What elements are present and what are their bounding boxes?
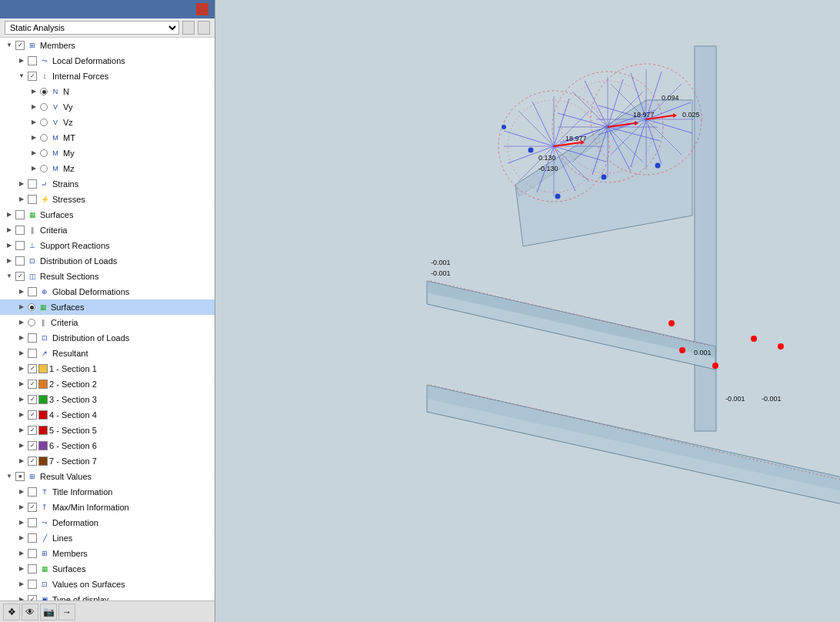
expand-btn-type-display[interactable]: ▶ [17,595,26,600]
expand-btn-surfaces2[interactable]: ▶ [17,303,26,312]
tree-item-sec2[interactable]: ▶2 - Section 2 [0,376,215,392]
expand-btn-Mz[interactable]: ▶ [29,164,38,173]
tree-item-surfaces[interactable]: ▶▦Surfaces [0,207,215,222]
checkbox-sec1[interactable] [28,364,37,373]
checkbox-surfaces[interactable] [15,210,25,219]
expand-btn-strains[interactable]: ▶ [17,179,26,189]
checkbox-sec5[interactable] [28,426,37,435]
analysis-select[interactable]: Static Analysis [5,21,179,35]
checkbox-title-info[interactable] [28,487,37,497]
expand-btn-sec3[interactable]: ▶ [17,395,26,404]
checkbox-result-values[interactable] [15,472,25,481]
checkbox-type-display[interactable] [28,595,37,600]
tree-item-Mz[interactable]: ▶MMz [0,161,215,176]
checkbox-members[interactable] [15,41,25,50]
checkbox-internal-forces[interactable] [28,72,37,81]
radio-My[interactable] [40,149,48,157]
radio-Mz[interactable] [40,165,48,172]
checkbox-surfaces3[interactable] [28,564,37,574]
checkbox-criteria[interactable] [15,226,25,235]
tree-item-deformation[interactable]: ▶⤳Deformation [0,515,215,530]
checkbox-members2[interactable] [28,549,37,558]
tree-item-surfaces3[interactable]: ▶▦Surfaces [0,561,215,577]
checkbox-resultant[interactable] [28,349,37,358]
expand-btn-support-reactions[interactable]: ▶ [5,241,14,250]
tree-item-distrib-loads[interactable]: ▶⊡Distribution of Loads [0,253,215,269]
arrow-tool-button[interactable]: → [58,604,75,620]
tree-item-surfaces2[interactable]: ▶▦Surfaces [0,299,215,315]
checkbox-lines[interactable] [28,533,37,543]
checkbox-sec7[interactable] [28,456,37,466]
tree-item-lines[interactable]: ▶╱Lines [0,530,215,546]
expand-btn-sec4[interactable]: ▶ [17,410,26,420]
checkbox-sec2[interactable] [28,380,37,389]
tree-item-sec4[interactable]: ▶4 - Section 4 [0,407,215,423]
expand-btn-stresses[interactable]: ▶ [17,195,26,204]
expand-btn-resultant[interactable]: ▶ [17,349,26,358]
tree-item-resultant[interactable]: ▶↗Resultant [0,346,215,361]
expand-btn-sec2[interactable]: ▶ [17,380,26,389]
radio-criteria2[interactable] [28,319,35,326]
expand-btn-distrib-loads[interactable]: ▶ [5,256,14,266]
checkbox-maxmin-info[interactable] [28,503,37,512]
tree-item-distrib-loads2[interactable]: ▶⊡Distribution of Loads [0,330,215,346]
tree-item-local-def[interactable]: ▶⤳Local Deformations [0,53,215,69]
cursor-tool-button[interactable]: ❖ [3,604,20,620]
expand-btn-global-def[interactable]: ▶ [17,287,26,296]
eye-tool-button[interactable]: 👁 [22,604,38,620]
checkbox-sec3[interactable] [28,395,37,404]
expand-btn-sec7[interactable]: ▶ [17,456,26,466]
tree-item-stresses[interactable]: ▶⚡Stresses [0,192,215,207]
expand-btn-surfaces[interactable]: ▶ [5,210,14,219]
next-button[interactable] [198,21,210,35]
checkbox-distrib-loads2[interactable] [28,333,37,343]
tree-item-maxmin-info[interactable]: ▶⤒Max/Min Information [0,500,215,515]
expand-btn-My[interactable]: ▶ [29,149,38,158]
tree-item-values-on-surf[interactable]: ▶⊡Values on Surfaces [0,577,215,592]
expand-btn-surfaces3[interactable]: ▶ [17,564,26,574]
tree-item-Vz[interactable]: ▶VVz [0,115,215,130]
checkbox-deformation[interactable] [28,518,37,527]
tree-item-MT[interactable]: ▶MMT [0,130,215,145]
expand-btn-MT[interactable]: ▶ [29,133,38,142]
radio-Vy[interactable] [40,103,48,111]
checkbox-local-def[interactable] [28,56,37,65]
tree-item-sec6[interactable]: ▶6 - Section 6 [0,438,215,453]
tree-item-members2[interactable]: ▶⊞Members [0,546,215,561]
checkbox-sec6[interactable] [28,441,37,450]
expand-btn-N[interactable]: ▶ [29,87,38,96]
checkbox-values-on-surf[interactable] [28,580,37,589]
expand-btn-sec6[interactable]: ▶ [17,441,26,450]
expand-btn-sec1[interactable]: ▶ [17,364,26,373]
expand-btn-Vy[interactable]: ▶ [29,102,38,112]
close-button[interactable] [196,3,208,15]
tree-item-My[interactable]: ▶MMy [0,145,215,161]
expand-btn-local-def[interactable]: ▶ [17,56,26,65]
tree-item-strains[interactable]: ▶⤾Strains [0,176,215,192]
tree-item-N[interactable]: ▶NN [0,84,215,99]
tree-item-sec7[interactable]: ▶7 - Section 7 [0,453,215,469]
radio-N[interactable] [40,88,48,95]
checkbox-distrib-loads[interactable] [15,256,25,266]
tree-item-sec3[interactable]: ▶3 - Section 3 [0,392,215,407]
tree-item-title-info[interactable]: ▶TTitle Information [0,484,215,500]
tree-item-sec5[interactable]: ▶5 - Section 5 [0,423,215,438]
expand-btn-lines[interactable]: ▶ [17,533,26,543]
tree-item-result-values[interactable]: ▼⊞Result Values [0,469,215,484]
tree-item-Vy[interactable]: ▶VVy [0,99,215,115]
tree-item-sec1[interactable]: ▶1 - Section 1 [0,361,215,376]
tree-item-internal-forces[interactable]: ▼↕Internal Forces [0,69,215,84]
radio-MT[interactable] [40,134,48,142]
expand-btn-sec5[interactable]: ▶ [17,426,26,435]
tree-item-support-reactions[interactable]: ▶⊥Support Reactions [0,238,215,253]
tree-item-result-sections[interactable]: ▼◫Result Sections [0,269,215,284]
tree-item-type-display[interactable]: ▶▣Type of display [0,592,215,600]
checkbox-result-sections[interactable] [15,272,25,281]
expand-btn-members2[interactable]: ▶ [17,549,26,558]
expand-btn-distrib-loads2[interactable]: ▶ [17,333,26,343]
checkbox-support-reactions[interactable] [15,241,25,250]
expand-btn-criteria[interactable]: ▶ [5,226,14,235]
tree-item-members[interactable]: ▼⊞Members [0,38,215,53]
tree-item-criteria[interactable]: ▶∥Criteria [0,222,215,238]
tree-item-global-def[interactable]: ▶⊕Global Deformations [0,284,215,299]
